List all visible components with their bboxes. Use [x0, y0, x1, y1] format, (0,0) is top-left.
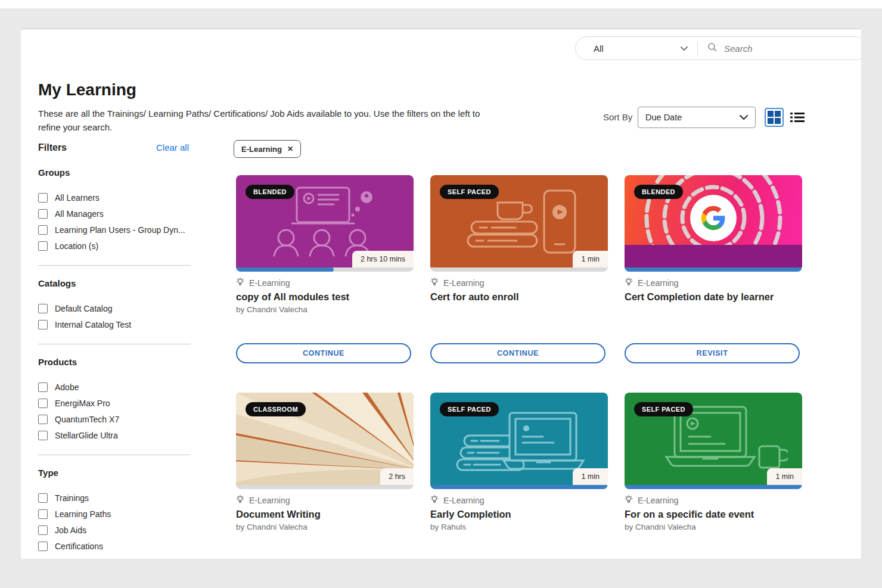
grid-view-button[interactable]	[765, 108, 784, 127]
checkbox[interactable]	[38, 209, 48, 219]
continue-button[interactable]: CONTINUE	[236, 343, 411, 363]
filter-option-certifications[interactable]: Certifications	[38, 542, 191, 551]
search-scope-dropdown[interactable]: All	[576, 43, 697, 54]
format-badge: BLENDED	[246, 185, 294, 199]
active-filter-chip[interactable]: E-Learning ✕	[234, 140, 301, 158]
filter-option-locations[interactable]: Location (s)	[38, 241, 191, 251]
card-thumbnail[interactable]: CLASSROOM 2 hrs	[236, 393, 414, 489]
checkbox[interactable]	[38, 225, 48, 235]
page-subtitle: These are all the Trainings/ Learning Pa…	[38, 107, 488, 134]
checkbox[interactable]	[38, 431, 48, 440]
sidebar-divider	[38, 344, 191, 344]
progress-bar	[625, 485, 802, 489]
checkbox[interactable]	[38, 509, 48, 519]
checkbox[interactable]	[38, 525, 48, 535]
grid-view-icon	[768, 111, 774, 117]
checkbox[interactable]	[38, 320, 48, 329]
checkbox[interactable]	[38, 415, 48, 424]
search-bar: All	[575, 36, 861, 60]
card-author: by Rahuls	[430, 522, 608, 532]
google-logo	[690, 195, 737, 241]
format-badge: SELF PACED	[440, 185, 499, 199]
checkbox[interactable]	[38, 542, 48, 551]
card-title[interactable]: Early Completion	[430, 509, 608, 520]
progress-fill	[625, 267, 802, 272]
category-row: E-Learning	[625, 494, 802, 506]
active-filter-chip-label: E-Learning	[241, 145, 282, 154]
lightbulb-icon	[625, 494, 633, 506]
search-input[interactable]	[723, 43, 861, 54]
sort-by-label: Sort By	[603, 112, 632, 122]
sidebar-divider	[38, 265, 191, 266]
checkbox[interactable]	[38, 399, 48, 408]
lightbulb-icon	[430, 277, 439, 288]
filter-option-job-aids[interactable]: Job Aids	[38, 525, 191, 535]
filter-option-energimax-pro[interactable]: EnergiMax Pro	[38, 399, 191, 408]
filter-option-internal-catalog-test[interactable]: Internal Catalog Test	[38, 320, 191, 329]
close-icon[interactable]: ✕	[287, 145, 293, 153]
checkbox[interactable]	[38, 493, 48, 503]
filter-option-all-managers[interactable]: All Managers	[38, 209, 191, 219]
card-author: by Chandni Valecha	[236, 522, 414, 532]
card-title[interactable]: For on a specific date event	[625, 509, 802, 520]
sort-by-dropdown[interactable]: Due Date	[638, 107, 756, 128]
training-card: SELF PACED 1 min E-Learning For on a spe…	[625, 393, 802, 532]
checkbox[interactable]	[38, 193, 48, 203]
duration-badge: 1 min	[573, 251, 608, 267]
filter-option-all-learners[interactable]: All Learners	[38, 193, 191, 203]
lightbulb-icon	[625, 277, 633, 288]
filter-option-learning-paths[interactable]: Learning Paths	[38, 509, 191, 519]
progress-fill	[430, 485, 608, 489]
category-label: E-Learning	[638, 496, 679, 505]
card-title[interactable]: Cert for auto enroll	[430, 291, 608, 303]
search-scope-value: All	[594, 43, 604, 54]
chevron-down-icon	[740, 112, 748, 123]
revisit-button[interactable]: REVISIT	[625, 343, 800, 363]
checkbox[interactable]	[38, 304, 48, 313]
format-badge: BLENDED	[634, 185, 683, 199]
duration-badge: 1 min	[573, 468, 608, 485]
filters-sidebar: Groups All Learners All Managers Learnin…	[38, 167, 191, 558]
list-view-icon	[790, 112, 805, 123]
card-title[interactable]: Cert Completion date by learner	[625, 291, 802, 303]
card-title[interactable]: Document Writing	[236, 509, 414, 520]
top-white-strip	[0, 0, 882, 8]
training-cards-grid: BLENDED 2 hrs 10 mins E-Learning copy of…	[236, 175, 802, 539]
format-badge: SELF PACED	[440, 402, 499, 416]
training-card: BLENDED E-Learning Cert Completion date …	[625, 175, 802, 315]
progress-bar	[236, 485, 414, 489]
card-thumbnail[interactable]: SELF PACED 1 min	[625, 393, 802, 489]
filter-option-learning-plan-users[interactable]: Learning Plan Users - Group Dyn...	[38, 225, 191, 235]
search-icon	[707, 42, 717, 54]
filter-option-stellarglide-ultra[interactable]: StellarGlide Ultra	[38, 431, 191, 440]
card-author: by Chandni Valecha	[236, 305, 414, 315]
filter-option-quantumtech-x7[interactable]: QuantumTech X7	[38, 415, 191, 424]
card-thumbnail[interactable]: BLENDED 2 hrs 10 mins	[236, 175, 414, 272]
category-label: E-Learning	[249, 278, 290, 288]
card-thumbnail[interactable]: BLENDED	[625, 175, 802, 272]
format-badge: CLASSROOM	[246, 402, 306, 416]
duration-badge: 2 hrs	[380, 468, 414, 485]
continue-button[interactable]: CONTINUE	[430, 343, 605, 363]
card-author	[625, 305, 802, 315]
training-card: BLENDED 2 hrs 10 mins E-Learning copy of…	[236, 175, 414, 315]
filter-option-default-catalog[interactable]: Default Catalog	[38, 304, 191, 313]
chevron-down-icon	[681, 43, 688, 54]
duration-badge: 1 min	[767, 468, 802, 485]
category-row: E-Learning	[430, 494, 608, 506]
list-view-button[interactable]	[790, 112, 805, 125]
clear-all-filters-link[interactable]: Clear all	[156, 142, 189, 153]
progress-bar	[625, 267, 802, 272]
category-row: E-Learning	[236, 494, 414, 506]
card-thumbnail[interactable]: SELF PACED 1 min	[430, 175, 608, 272]
category-label: E-Learning	[638, 278, 679, 288]
sidebar-divider	[38, 455, 191, 455]
filters-title: Filters	[38, 142, 67, 153]
filter-option-adobe[interactable]: Adobe	[38, 382, 191, 392]
checkbox[interactable]	[38, 382, 48, 392]
filter-option-trainings[interactable]: Trainings	[38, 493, 191, 503]
filter-section-title-catalogs: Catalogs	[38, 278, 191, 288]
card-thumbnail[interactable]: SELF PACED 1 min	[430, 393, 608, 489]
card-title[interactable]: copy of All modules test	[236, 291, 414, 303]
checkbox[interactable]	[38, 241, 48, 251]
